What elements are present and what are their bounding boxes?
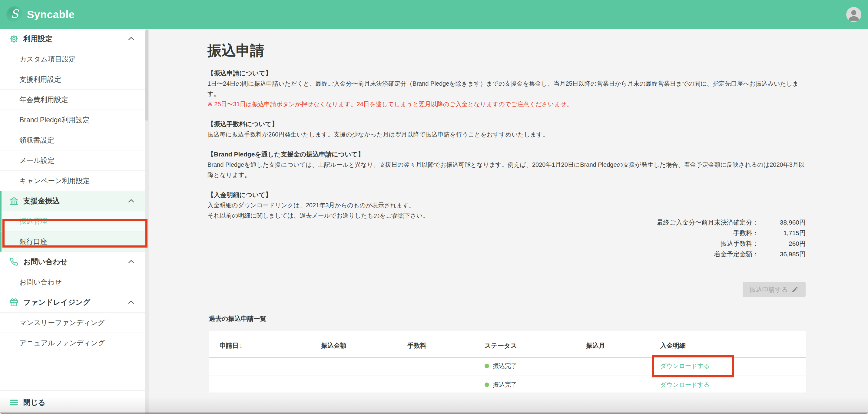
section-about-brand-pledge: 【Brand Pledgeを通した支援金の振込申請について】 Brand Ple… xyxy=(208,149,806,180)
transfer-apply-button[interactable]: 振込申請する xyxy=(743,282,806,297)
sidebar-section-label: 利用設定 xyxy=(23,34,52,43)
sidebar-item-receipt-settings[interactable]: 領収書設定 xyxy=(0,130,145,150)
history-section: 過去の振込申請一覧 申請日↓ 振込金額 手数料 ステータス 振込月 入金明細 振… xyxy=(209,314,806,392)
sidebar-item-bank-account[interactable]: 銀行口座 xyxy=(0,232,145,252)
brand-name: Syncable xyxy=(27,8,75,21)
history-title: 過去の振込申請一覧 xyxy=(209,314,806,323)
sidebar-item-annual-funding[interactable]: アニュアルファンディング xyxy=(0,333,145,353)
sidebar-item-support-settings[interactable]: 支援利用設定 xyxy=(0,69,145,90)
sidebar-item-monthly-funding[interactable]: マンスリーファンディング xyxy=(0,313,145,333)
sidebar-item-custom-fields[interactable]: カスタム項目設定 xyxy=(0,49,145,69)
sidebar-item-campaign-settings[interactable]: キャンペーン利用設定 xyxy=(0,171,145,191)
main-content: 振込申請 【振込申請について】 1日〜24日の間に振込申請いただくと、最終ご入金… xyxy=(149,29,868,414)
sidebar-section-contact[interactable]: お問い合わせ xyxy=(0,252,145,272)
info-copy: 振込申請 【振込申請について】 1日〜24日の間に振込申請いただくと、最終ご入金… xyxy=(208,38,806,230)
column-header-status: ステータス xyxy=(485,341,517,350)
sidebar-section-usage-settings[interactable]: 利用設定 xyxy=(0,29,145,49)
bank-icon xyxy=(9,196,19,206)
pencil-icon xyxy=(792,286,799,293)
sidebar-item-transfer-management[interactable]: 振込管理 xyxy=(0,211,145,232)
row1-status: 振込完了 xyxy=(485,362,517,370)
sidebar-item-mail-settings[interactable]: メール設定 xyxy=(0,150,145,171)
row2-download-link[interactable]: ダウンロードする xyxy=(660,381,710,389)
status-dot-icon xyxy=(485,364,489,368)
transfer-apply-button-label: 振込申請する xyxy=(750,285,788,294)
page-title: 振込申請 xyxy=(208,42,806,59)
status-dot-icon xyxy=(485,382,489,387)
row1-download-link[interactable]: ダウンロードする xyxy=(660,362,710,370)
sidebar-scrollbar[interactable] xyxy=(145,29,149,414)
sidebar-collapse-button[interactable]: 閉じる xyxy=(0,390,145,414)
history-table: 申請日↓ 振込金額 手数料 ステータス 振込月 入金明細 振込完了 ダウンロード… xyxy=(209,330,806,392)
chevron-up-icon xyxy=(127,258,135,266)
summary-row-transfer-fee: 振込手数料：260円 xyxy=(657,238,806,249)
person-icon xyxy=(846,7,861,22)
menu-icon xyxy=(9,398,19,407)
column-header-payment-detail: 入金明細 xyxy=(660,341,686,350)
sidebar-item-brand-pledge-settings[interactable]: Brand Pledge利用設定 xyxy=(0,110,145,130)
sidebar-spacer xyxy=(0,353,145,370)
sidebar-section-fundraising[interactable]: ファンドレイジング xyxy=(0,292,145,313)
summary-row-confirmed-amount: 最終ご入金分〜前月末決済確定分：38,960円 xyxy=(657,217,806,228)
table-row-divider xyxy=(209,376,806,376)
app-header: S Syncable xyxy=(0,0,868,29)
column-header-transfer-month: 振込月 xyxy=(586,341,605,350)
gear-icon xyxy=(9,34,19,43)
summary-amounts: 最終ご入金分〜前月末決済確定分：38,960円 手数料：1,715円 振込手数料… xyxy=(657,217,806,260)
column-header-fee: 手数料 xyxy=(407,341,427,350)
column-header-request-date[interactable]: 申請日↓ xyxy=(220,341,243,350)
chevron-up-icon xyxy=(127,35,135,43)
gift-icon xyxy=(9,298,19,307)
chevron-up-icon xyxy=(127,299,135,306)
sidebar-section-transfer[interactable]: 支援金振込 xyxy=(0,191,145,211)
logo-letter: S xyxy=(10,8,19,20)
table-header-divider xyxy=(209,357,806,358)
brand-logo[interactable]: S Syncable xyxy=(6,6,75,23)
scrollbar-thumb[interactable] xyxy=(145,30,148,121)
summary-row-fee: 手数料：1,715円 xyxy=(657,228,806,238)
syncable-logo-icon: S xyxy=(6,6,23,23)
sidebar-item-annual-fee-settings[interactable]: 年会費利用設定 xyxy=(0,90,145,110)
column-header-transfer-amount: 振込金額 xyxy=(321,341,346,350)
phone-icon xyxy=(9,257,19,267)
sidebar-item-contact[interactable]: お問い合わせ xyxy=(0,272,145,292)
chevron-up-icon xyxy=(127,197,135,205)
section-about-transfer-fee: 【振込手数料について】 振込毎に振込手数料が260円発生いたします。支援の少なか… xyxy=(208,119,806,139)
warning-note: ※ 25日〜31日は振込申請ボタンが押せなくなります。24日を逃してしまうと翌月… xyxy=(208,99,806,109)
section-about-transfer-request: 【振込申請について】 1日〜24日の間に振込申請いただくと、最終ご入金分〜前月末… xyxy=(208,68,806,109)
row2-status: 振込完了 xyxy=(485,381,517,389)
user-avatar[interactable] xyxy=(846,7,861,22)
sidebar: 利用設定 カスタム項目設定 支援利用設定 年会費利用設定 Brand Pledg… xyxy=(0,29,145,414)
section-about-payment-details: 【入金明細について】 入金明細のダウンロードリンクは、2021年3月からのものが… xyxy=(208,190,806,220)
sort-descending-icon: ↓ xyxy=(239,342,243,349)
summary-row-expected-amount: 着金予定金額：36,985円 xyxy=(657,249,806,260)
